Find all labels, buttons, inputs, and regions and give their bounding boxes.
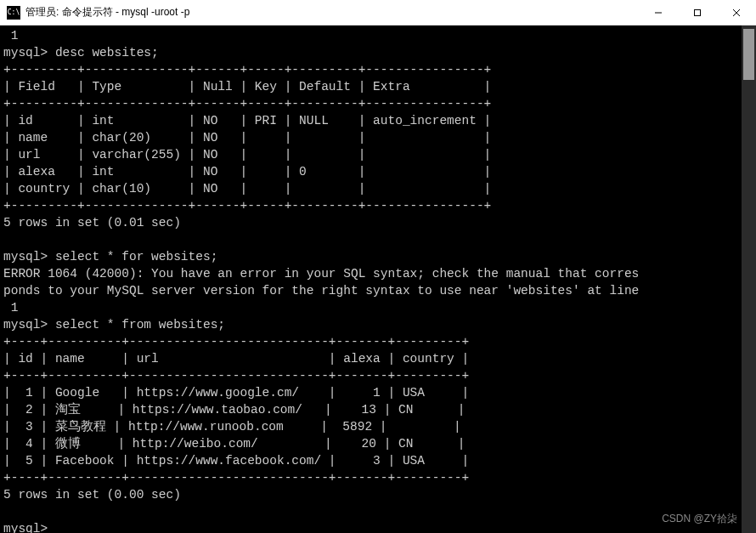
minimize-button[interactable]: [639, 0, 678, 26]
terminal[interactable]: 1 mysql> desc websites; +---------+-----…: [0, 26, 756, 533]
close-button[interactable]: [717, 0, 756, 26]
cmd-window: C:\ 管理员: 命令提示符 - mysql -uroot -p 1 mysql…: [0, 0, 756, 533]
maximize-button[interactable]: [678, 0, 717, 26]
titlebar[interactable]: C:\ 管理员: 命令提示符 - mysql -uroot -p: [0, 0, 756, 26]
scrollbar-thumb[interactable]: [743, 29, 754, 80]
watermark: CSDN @ZY拾柒: [662, 512, 737, 526]
svg-rect-1: [695, 9, 701, 15]
cmd-icon: C:\: [7, 6, 20, 20]
scrollbar[interactable]: [742, 26, 756, 533]
cmd-icon-label: C:\: [8, 9, 20, 16]
window-title: 管理员: 命令提示符 - mysql -uroot -p: [25, 5, 189, 20]
terminal-wrap: 1 mysql> desc websites; +---------+-----…: [0, 26, 756, 533]
